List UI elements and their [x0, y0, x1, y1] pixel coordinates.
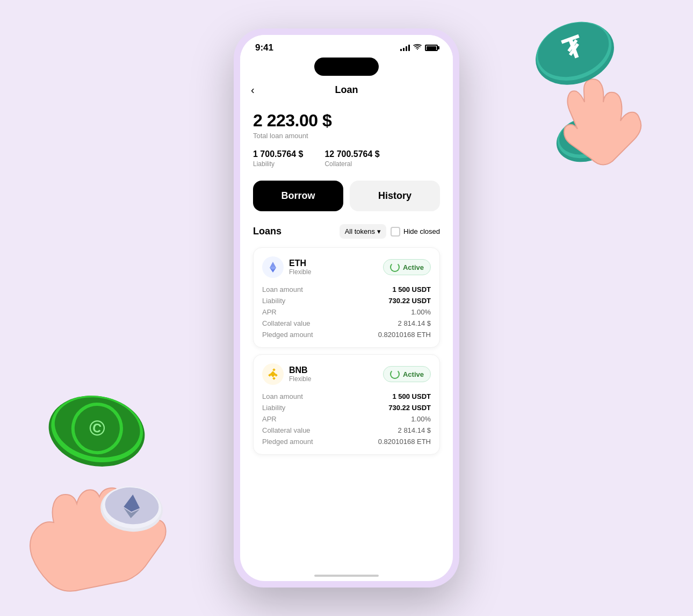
home-indicator — [314, 575, 379, 577]
phone-body: 9:41 — [234, 28, 459, 588]
filter-button[interactable]: All tokens ▾ — [340, 224, 386, 239]
loan-coin-eth: ETH Flexible — [262, 256, 311, 278]
bnb-coin-name: BNB — [289, 366, 311, 375]
eth-loan-details: Loan amount 1 500 USDT Liability 730.22 … — [262, 285, 431, 339]
collateral-stat: 12 700.5764 $ Collateral — [324, 149, 379, 168]
svg-rect-25 — [272, 377, 276, 380]
nav-title: Loan — [335, 84, 358, 96]
svg-point-11 — [69, 400, 125, 456]
bnb-coin-info: BNB Flexible — [289, 366, 311, 383]
signal-icon — [400, 45, 410, 51]
bnb-pledged-value: 0.82010168 ETH — [378, 438, 431, 446]
svg-marker-17 — [123, 508, 140, 519]
eth-apr-value: 1.00% — [411, 308, 431, 316]
eth-coin-info: ETH Flexible — [289, 259, 311, 276]
loan-card-eth[interactable]: ETH Flexible Active Loan amount 1 500 — [253, 247, 440, 348]
svg-text:₮: ₮ — [578, 127, 593, 147]
hide-closed-label: Hide closed — [403, 227, 440, 235]
eth-active-text: Active — [403, 263, 424, 271]
green-coin: © — [43, 377, 150, 487]
status-icons — [400, 44, 438, 52]
bnb-pledged-key: Pledged amount — [262, 438, 313, 446]
history-tab[interactable]: History — [350, 181, 440, 211]
hand-right: ₮ — [516, 32, 677, 196]
nav-header: ‹ Loan — [240, 80, 453, 102]
tether-coin-large: ₮ — [532, 11, 618, 99]
svg-point-1 — [532, 12, 618, 91]
hide-closed-toggle[interactable]: Hide closed — [391, 227, 440, 237]
bnb-apr-key: APR — [262, 415, 277, 423]
svg-point-0 — [532, 12, 618, 96]
bnb-active-badge: Active — [383, 366, 431, 382]
eth-collateral-key: Collateral value — [262, 319, 311, 327]
bnb-pledged-row: Pledged amount 0.82010168 ETH — [262, 438, 431, 446]
eth-apr-key: APR — [262, 308, 277, 316]
eth-liability-value: 730.22 USDT — [388, 297, 431, 305]
svg-point-15 — [104, 485, 161, 526]
eth-coin-type: Flexible — [289, 268, 311, 276]
svg-rect-21 — [270, 371, 276, 377]
svg-rect-24 — [272, 368, 276, 371]
bnb-apr-row: APR 1.00% — [262, 415, 431, 423]
eth-active-badge: Active — [383, 259, 431, 275]
svg-text:₮: ₮ — [559, 31, 588, 66]
back-button[interactable]: ‹ — [251, 84, 255, 96]
bnb-loan-amount-key: Loan amount — [262, 392, 303, 400]
wifi-icon — [413, 44, 422, 52]
eth-collateral-value: 2 814.14 $ — [398, 319, 431, 327]
bnb-active-text: Active — [403, 370, 424, 378]
svg-point-4 — [552, 111, 620, 168]
svg-point-8 — [43, 388, 150, 474]
eth-loan-amount-row: Loan amount 1 500 USDT — [262, 285, 431, 293]
loan-coin-bnb: BNB Flexible — [262, 363, 311, 385]
svg-point-5 — [553, 111, 617, 164]
bnb-coin-type: Flexible — [289, 375, 311, 383]
content-area: 2 223.00 $ Total loan amount 1 700.5764 … — [240, 102, 453, 573]
loan-card-header-bnb: BNB Flexible Active — [262, 363, 431, 385]
svg-point-9 — [46, 389, 148, 469]
svg-text:©: © — [88, 415, 107, 441]
phone-screen: 9:41 — [240, 35, 453, 581]
liability-stat: 1 700.5764 $ Liability — [253, 149, 303, 168]
hand-left — [5, 431, 193, 605]
liability-label: Liability — [253, 160, 303, 168]
filter-label: All tokens — [345, 227, 375, 235]
eth-active-spinner — [390, 262, 400, 272]
tab-row: Borrow History — [253, 181, 440, 211]
status-time: 9:41 — [255, 42, 273, 53]
eth-pledged-key: Pledged amount — [262, 331, 313, 339]
svg-point-14 — [100, 484, 163, 531]
hide-closed-checkbox[interactable] — [391, 227, 400, 237]
loan-card-bnb[interactable]: BNB Flexible Active Loan amount 1 500 — [253, 354, 440, 455]
borrow-tab[interactable]: Borrow — [253, 181, 343, 211]
bnb-loan-details: Loan amount 1 500 USDT Liability 730.22 … — [262, 392, 431, 446]
total-amount: 2 223.00 $ — [253, 111, 440, 131]
svg-point-2 — [532, 13, 617, 87]
chevron-down-icon: ▾ — [377, 227, 381, 235]
eth-pledged-value: 0.82010168 ETH — [378, 331, 431, 339]
bnb-liability-value: 730.22 USDT — [388, 404, 431, 412]
bnb-liability-key: Liability — [262, 404, 285, 412]
status-bar: 9:41 — [240, 35, 453, 58]
dynamic-island — [314, 58, 379, 76]
collateral-value: 12 700.5764 $ — [324, 149, 379, 159]
eth-liability-row: Liability 730.22 USDT — [262, 297, 431, 305]
svg-marker-16 — [124, 494, 141, 512]
bnb-collateral-row: Collateral value 2 814.14 $ — [262, 426, 431, 434]
total-label: Total loan amount — [253, 132, 440, 140]
eth-coin-name: ETH — [289, 259, 311, 268]
bnb-apr-value: 1.00% — [411, 415, 431, 423]
svg-point-13 — [99, 484, 165, 534]
loans-title: Loans — [253, 226, 335, 237]
bnb-collateral-value: 2 814.14 $ — [398, 426, 431, 434]
eth-loan-amount-value: 1 500 USDT — [392, 285, 431, 293]
eth-collateral-row: Collateral value 2 814.14 $ — [262, 319, 431, 327]
eth-coin-deco — [97, 474, 167, 546]
liability-value: 1 700.5764 $ — [253, 149, 303, 159]
bnb-coin-icon — [262, 363, 284, 385]
phone-frame: 9:41 — [234, 28, 459, 588]
battery-icon — [425, 45, 438, 51]
eth-liability-key: Liability — [262, 297, 285, 305]
collateral-label: Collateral — [324, 160, 379, 168]
bnb-liability-row: Liability 730.22 USDT — [262, 404, 431, 412]
